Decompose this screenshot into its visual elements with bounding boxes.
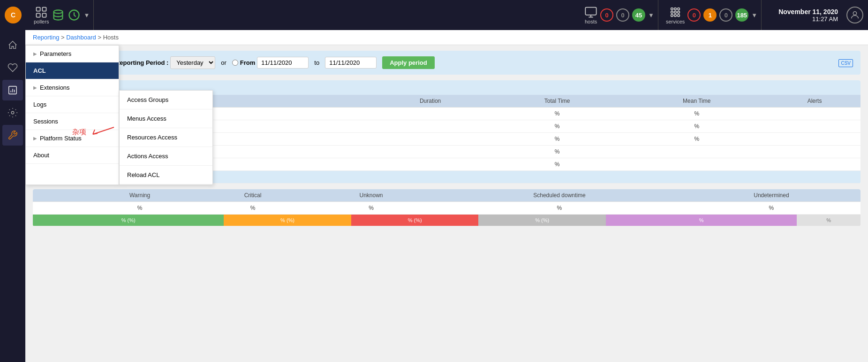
parameters-chevron: ▶ (33, 51, 37, 56)
up-total: % (490, 108, 625, 120)
sub-menu-access-groups[interactable]: Access Groups (120, 91, 212, 109)
sidebar-health[interactable] (2, 57, 23, 78)
menu-panel: ▶ Parameters ACL ▶ Extensions Logs Sessi (25, 45, 119, 185)
svg-point-11 (678, 8, 680, 10)
menu-sessions[interactable]: Sessions (26, 113, 119, 130)
pollers-icon[interactable]: pollers (34, 6, 49, 24)
bar-red: % (%) (351, 215, 479, 226)
percent-row: % % % % % (33, 202, 860, 215)
service-data-table: Warning Critical Unknown Scheduled downt… (33, 189, 860, 226)
services-badge-1: 1 (703, 8, 717, 22)
svg-rect-1 (43, 8, 46, 11)
services-badge-3: 185 (735, 8, 748, 22)
undeter-mean (625, 158, 769, 171)
to-date-input[interactable] (325, 57, 377, 69)
radio-from[interactable] (232, 60, 238, 66)
svg-point-20 (11, 111, 14, 114)
svg-point-14 (678, 11, 680, 14)
unreach-duration (371, 133, 490, 146)
sub-menu-actions-access[interactable]: Actions Access (120, 147, 212, 166)
datetime-display: November 11, 2020 11:27 AM (778, 8, 838, 23)
hosts-chevron[interactable]: ▼ (648, 12, 654, 19)
sub-menu-resources-access[interactable]: Resources Access (120, 128, 212, 147)
pollers-section: pollers ▼ (30, 0, 94, 30)
col-unknown: Unknown (306, 189, 437, 202)
bar-lgray: % (%) (478, 215, 606, 226)
sidebar-home[interactable] (2, 35, 23, 55)
sidebar-tools[interactable] (2, 125, 23, 146)
monitoring-icon[interactable] (68, 8, 81, 22)
services-nav-icon[interactable]: services (666, 6, 685, 24)
svg-point-4 (54, 10, 63, 14)
down-total: % (490, 120, 625, 133)
menu-parameters[interactable]: ▶ Parameters (26, 46, 119, 62)
sub-menu-menus-access[interactable]: Menus Access (120, 109, 212, 128)
sidebar (0, 30, 25, 362)
sidebar-config[interactable] (2, 102, 23, 123)
svg-point-10 (674, 8, 677, 10)
services-chevron[interactable]: ▼ (751, 12, 757, 19)
csv-export-button[interactable]: CSV (838, 60, 853, 66)
user-avatar[interactable] (846, 7, 863, 23)
platform-status-label: Platform Status (40, 135, 82, 142)
hosts-badge-2: 45 (632, 8, 645, 22)
from-date-input[interactable] (257, 57, 309, 69)
undeter-alerts (769, 158, 860, 171)
unreach-total: % (490, 133, 625, 146)
up-duration (371, 108, 490, 120)
svg-point-9 (671, 8, 673, 10)
svg-rect-3 (43, 13, 46, 17)
down-alerts (769, 120, 860, 133)
bar-green: % (%) (33, 215, 224, 226)
parameters-label: Parameters (40, 50, 71, 57)
breadcrumb-hosts: Hosts (103, 34, 119, 41)
pollers-chevron[interactable]: ▼ (83, 12, 90, 19)
undeter-total: % (490, 158, 625, 171)
unreach-alerts (769, 133, 860, 146)
progress-bar: % (%) % (%) % (%) % (%) % % (33, 215, 860, 226)
menu-extensions[interactable]: ▶ Extensions (26, 79, 119, 96)
sub-menu-reload-acl[interactable]: Reload ACL (120, 166, 212, 185)
down-duration (371, 120, 490, 133)
bar-vlgray: % (797, 215, 860, 226)
breadcrumb-reporting[interactable]: Reporting (33, 34, 59, 41)
col-sched-downtime: Scheduled downtime (437, 189, 682, 202)
main-content: Reporting > Dashboard > Hosts Host Repor… (25, 30, 868, 362)
services-badge-2: 0 (719, 8, 732, 22)
col-alerts: Alerts (769, 95, 860, 108)
hosts-badge-0: 0 (600, 8, 613, 22)
topbar: C pollers ▼ (0, 0, 868, 30)
bar-row: % (%) % (%) % (%) % (%) % % (33, 215, 860, 226)
unknown-pct: % (306, 202, 437, 215)
apply-period-button[interactable]: Apply period (382, 56, 434, 69)
content-area: Host Reporting Period : Yesterday or Fro… (25, 45, 868, 238)
bar-orange: % (%) (224, 215, 351, 226)
svg-rect-6 (585, 8, 596, 15)
extensions-chevron: ▶ (33, 85, 37, 90)
from-group: From (232, 57, 309, 69)
breadcrumb-dashboard[interactable]: Dashboard (66, 34, 96, 41)
undeter-duration (371, 158, 490, 171)
col-duration: Duration (371, 95, 490, 108)
warning-pct: % (80, 202, 200, 215)
or-label: or (221, 59, 226, 66)
menu-logs[interactable]: Logs (26, 96, 119, 113)
svg-point-15 (671, 15, 673, 17)
critical-pct: % (200, 202, 306, 215)
down-mean: % (625, 120, 769, 133)
app-logo[interactable]: C (5, 7, 22, 23)
sched-alerts (769, 146, 860, 158)
menu-about[interactable]: About (26, 147, 119, 164)
hosts-badge-1: 0 (616, 8, 629, 22)
left-menu: ▶ Parameters ACL ▶ Extensions Logs Sessi (25, 45, 213, 185)
hosts-nav-icon[interactable]: hosts (584, 6, 597, 24)
menu-platform-status[interactable]: ▶ Platform Status (26, 130, 119, 147)
services-section: services 0 1 0 185 ▼ (662, 0, 762, 30)
menu-acl[interactable]: ACL (26, 62, 119, 79)
breadcrumb: Reporting > Dashboard > Hosts (25, 30, 868, 45)
service-summary-table: Warning Critical Unknown Scheduled downt… (33, 189, 860, 226)
db-icon[interactable] (52, 8, 65, 22)
col-warning: Warning (80, 189, 200, 202)
sched-total: % (490, 146, 625, 158)
sidebar-reporting[interactable] (2, 80, 23, 100)
